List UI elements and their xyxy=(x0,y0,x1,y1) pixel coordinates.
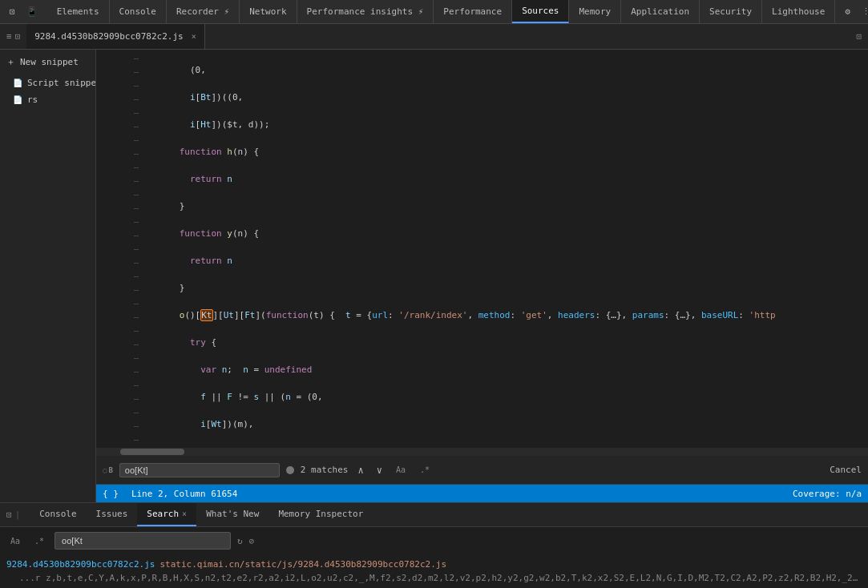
sidebar-item-script-snippet[interactable]: 📄 Script snippet xyxy=(0,75,95,91)
top-tabbar: ⊡ 📱 Elements Console Recorder ⚡ Network … xyxy=(0,0,868,24)
sidebar-toggle-icon[interactable]: ≡ xyxy=(6,31,12,42)
cursor-icon[interactable]: ⊡ xyxy=(6,5,18,18)
code-line: function h(n) { xyxy=(147,145,868,159)
editor-search-input[interactable] xyxy=(119,463,280,477)
prev-match-button[interactable]: ∧ xyxy=(354,463,366,477)
tab-security[interactable]: Security xyxy=(700,0,762,23)
plus-icon: ＋ xyxy=(6,56,15,68)
line-numbers xyxy=(96,50,128,448)
code-view[interactable]: –––––– –––––– –––––– –––––– –––––– –––––… xyxy=(96,50,868,448)
scrollbar-thumb[interactable] xyxy=(120,449,184,455)
top-tabs: Elements Console Recorder ⚡ Network Perf… xyxy=(47,0,836,23)
tab-performance-insights[interactable]: Performance insights ⚡ xyxy=(297,0,434,23)
devtools-icons: ⊡ 📱 xyxy=(0,5,47,18)
bottom-tab-bar: ⊡ | Console Issues Search × What's New M… xyxy=(0,503,868,527)
search-tab-close[interactable]: × xyxy=(182,509,187,518)
refresh-button[interactable]: ↻ xyxy=(237,536,243,546)
code-line: } xyxy=(147,199,868,213)
search-tab-label: Search xyxy=(147,509,179,519)
match-dot xyxy=(286,466,294,474)
clear-button[interactable]: ⊘ xyxy=(249,536,255,546)
expand-button[interactable]: ⊡ xyxy=(850,31,868,42)
file-tabbar: ≡ ⊡ 9284.d4530b82909bcc0782c2.js × ⊡ xyxy=(0,24,868,50)
bottom-regex-button[interactable]: .* xyxy=(30,534,48,548)
new-snippet-button[interactable]: ＋ New snippet xyxy=(0,50,95,75)
more-icon[interactable]: ⋮ xyxy=(858,5,868,18)
curly-braces-icon: { } xyxy=(103,489,119,499)
tab-recorder[interactable]: Recorder ⚡ xyxy=(167,0,240,23)
code-line: i[Wt])(m), xyxy=(147,417,868,431)
sidebar-item-script-label: Script snippet xyxy=(27,78,95,88)
sidebar-item-rs-label: rs xyxy=(27,95,38,105)
tab-issues-bottom[interactable]: Issues xyxy=(87,503,138,526)
main-area: ＋ New snippet 📄 Script snippet 📄 rs ––––… xyxy=(0,50,868,502)
code-line: try { xyxy=(147,336,868,349)
tab-performance[interactable]: Performance xyxy=(434,0,512,23)
status-bar: { } Line 2, Column 61654 Coverage: n/a xyxy=(96,485,868,502)
script-file-icon: 📄 xyxy=(13,79,22,87)
file-tab-close[interactable]: × xyxy=(192,32,196,41)
tab-console[interactable]: Console xyxy=(110,0,167,23)
tab-whats-new-bottom[interactable]: What's New xyxy=(196,503,268,526)
editor-search-bar: ◌ B 2 matches ∧ ∨ Aa .* Cancel xyxy=(96,456,868,485)
line-gutters: –––––– –––––– –––––– –––––– –––––– –––––… xyxy=(128,50,144,448)
gutter-marks: –––––– –––––– –––––– –––––– –––––– –––––… xyxy=(128,50,144,448)
tab-memory[interactable]: Memory xyxy=(569,0,621,23)
mobile-icon[interactable]: 📱 xyxy=(23,5,41,18)
rs-file-icon: 📄 xyxy=(13,95,22,104)
tab-memory-inspector-bottom[interactable]: Memory Inspector xyxy=(268,503,373,526)
new-snippet-label: New snippet xyxy=(20,57,79,67)
bottom-panel-icon[interactable]: ⊡ xyxy=(6,509,12,520)
tab-network[interactable]: Network xyxy=(240,0,297,23)
sidebar: ＋ New snippet 📄 Script snippet 📄 rs xyxy=(0,50,96,502)
tab-console-bottom[interactable]: Console xyxy=(30,503,86,526)
search-mode-icon: ◌ B xyxy=(103,466,113,474)
bottom-panel: ⊡ | Console Issues Search × What's New M… xyxy=(0,502,868,588)
code-preview: ...r z,b,t,e,C,Y,A,k,x,P,R,B,H,X,S,n2,t2… xyxy=(0,571,868,585)
brackets-icon: { } xyxy=(103,489,119,499)
tab-application[interactable]: Application xyxy=(621,0,700,23)
code-line: i[Ht])($t, d)); xyxy=(147,118,868,131)
cancel-search-button[interactable]: Cancel xyxy=(830,465,862,475)
editor-area: –––––– –––––– –––––– –––––– –––––– –––––… xyxy=(96,50,868,502)
code-line: i[Bt])((0, xyxy=(147,91,868,104)
code-line: function y(n) { xyxy=(147,227,868,240)
case-sensitive-button[interactable]: Aa xyxy=(392,463,410,477)
tab-search-bottom[interactable]: Search × xyxy=(137,503,196,526)
result-path: static.qimai.cn/static/js/9284.d4530b829… xyxy=(159,559,446,570)
next-match-button[interactable]: ∨ xyxy=(373,463,386,477)
regex-button[interactable]: .* xyxy=(416,463,434,477)
tab-sources[interactable]: Sources xyxy=(512,0,569,23)
code-line: return n xyxy=(147,172,868,186)
result-filename: 9284.d4530b82909bcc0782c2.js xyxy=(6,559,155,570)
breadcrumb-icon[interactable]: ⊡ xyxy=(15,31,21,42)
file-results-area: 9284.d4530b82909bcc0782c2.js static.qima… xyxy=(0,554,868,588)
code-line: (0, xyxy=(147,63,868,77)
settings-icon[interactable]: ⚙ xyxy=(842,5,854,18)
horizontal-scrollbar[interactable] xyxy=(96,448,868,456)
code-line: var n; n = undefined xyxy=(147,363,868,377)
code-content[interactable]: (0, i[Bt])((0, i[Ht])($t, d)); function … xyxy=(144,50,868,448)
tab-elements[interactable]: Elements xyxy=(47,0,110,23)
bottom-case-sensitive-button[interactable]: Aa xyxy=(6,534,24,548)
file-tab-name: 9284.d4530b82909bcc0782c2.js xyxy=(34,31,183,42)
file-tab-active[interactable]: 9284.d4530b82909bcc0782c2.js × xyxy=(26,24,204,49)
code-line: f || F != s || (n = (0, xyxy=(147,390,868,404)
file-result-item[interactable]: 9284.d4530b82909bcc0782c2.js static.qima… xyxy=(0,558,868,571)
tab-lighthouse[interactable]: Lighthouse xyxy=(762,0,835,23)
sidebar-item-rs[interactable]: 📄 rs xyxy=(0,91,95,108)
bottom-search-input[interactable] xyxy=(55,532,231,550)
match-count: 2 matches xyxy=(301,465,349,475)
code-line: } xyxy=(147,281,868,295)
line-col-status: Line 2, Column 61654 xyxy=(131,489,237,499)
code-line: o()[Kt][Ut][Ft](function(t) { t = {url: … xyxy=(147,308,868,322)
bottom-panel-content: Aa .* ↻ ⊘ xyxy=(0,527,868,554)
coverage-status: Coverage: n/a xyxy=(793,489,862,499)
code-line: return n xyxy=(147,254,868,268)
